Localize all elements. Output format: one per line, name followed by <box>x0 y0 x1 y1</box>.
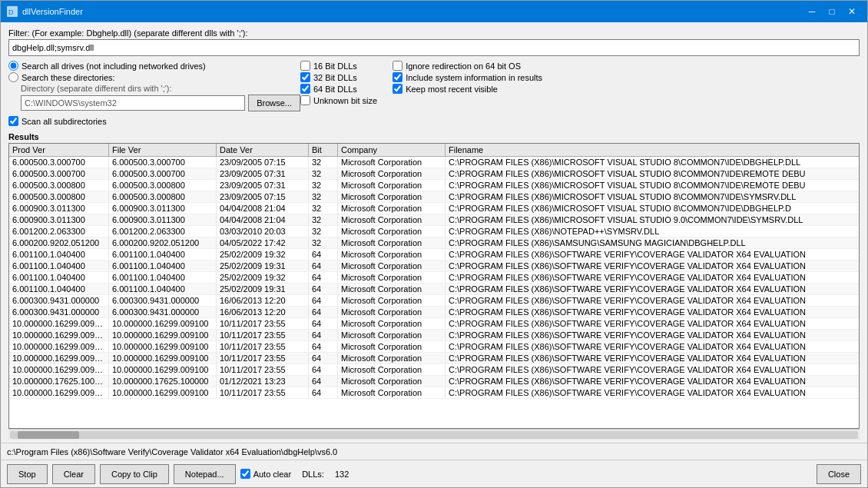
include-system-checkbox[interactable] <box>393 72 403 82</box>
scan-all-checkbox[interactable] <box>8 116 18 126</box>
table-row[interactable]: 6.001100.1.0404006.001100.1.04040025/02/… <box>9 249 859 261</box>
cell-datever: 25/02/2009 19:31 <box>217 261 309 271</box>
cell-bit: 64 <box>309 364 338 375</box>
table-row[interactable]: 6.000300.9431.0000006.000300.9431.000000… <box>9 307 859 318</box>
header-filename[interactable]: Filename <box>446 144 859 156</box>
directory-input[interactable] <box>21 95 245 111</box>
cell-filename: C:\PROGRAM FILES (X86)\SOFTWARE VERIFY\C… <box>446 272 859 283</box>
cell-filever: 6.000500.3.000700 <box>109 168 217 179</box>
maximize-button[interactable]: □ <box>823 4 841 19</box>
cell-bit: 32 <box>309 157 338 168</box>
dir-row: Browse... <box>21 95 300 111</box>
cell-bit: 64 <box>309 261 338 271</box>
include-system-option[interactable]: Include system information in results <box>393 72 542 82</box>
notepad-button[interactable]: Notepad... <box>174 464 236 484</box>
search-dirs-option[interactable]: Search these directories: <box>8 72 300 82</box>
cell-datever: 04/04/2008 21:04 <box>217 203 309 214</box>
auto-clear-checkbox[interactable] <box>240 469 250 479</box>
table-row[interactable]: 10.000000.17625.10000010.000000.17625.10… <box>9 376 859 387</box>
minimize-button[interactable]: ─ <box>803 4 821 19</box>
table-row[interactable]: 6.000500.3.0007006.000500.3.00070023/09/… <box>9 157 859 168</box>
unknown-bit-checkbox[interactable] <box>300 95 310 105</box>
header-prodver[interactable]: Prod Ver <box>9 144 109 156</box>
16bit-label: 16 Bit DLLs <box>313 61 357 71</box>
h-scroll-thumb[interactable] <box>18 431 79 439</box>
app-icon: D <box>7 6 18 17</box>
table-row[interactable]: 6.000900.3.0113006.000900.3.01130004/04/… <box>9 203 859 214</box>
cell-filever: 10.000000.16299.009100 <box>109 364 217 375</box>
title-bar: D dllVersionFinder ─ □ ✕ <box>1 1 867 22</box>
h-scroll-track[interactable] <box>10 431 858 439</box>
cell-filever: 6.000500.3.000700 <box>109 157 217 168</box>
cell-prodver: 6.000900.3.011300 <box>9 203 109 214</box>
cell-datever: 03/03/2010 20:03 <box>217 226 309 237</box>
search-dirs-radio[interactable] <box>8 72 18 82</box>
cell-datever: 10/11/2017 23:55 <box>217 330 309 340</box>
bit-checks: 16 Bit DLLs 32 Bit DLLs 64 Bit DLLs <box>300 61 377 105</box>
header-filever[interactable]: File Ver <box>109 144 217 156</box>
cell-datever: 10/11/2017 23:55 <box>217 318 309 329</box>
table-row[interactable]: 6.000300.9431.0000006.000300.9431.000000… <box>9 295 859 307</box>
filter-label: Filter: (For example: Dbghelp.dll) (sepa… <box>8 28 860 38</box>
filter-input[interactable] <box>8 39 860 56</box>
table-row[interactable]: 6.000500.3.0007006.000500.3.00070023/09/… <box>9 168 859 180</box>
table-row[interactable]: 6.000500.3.0008006.000500.3.00080023/09/… <box>9 180 859 191</box>
auto-clear-option[interactable]: Auto clear <box>240 469 292 479</box>
table-row[interactable]: 6.000200.9202.0512006.000200.9202.051200… <box>9 237 859 249</box>
stop-button[interactable]: Stop <box>7 464 48 484</box>
table-body[interactable]: 6.000500.3.0007006.000500.3.00070023/09/… <box>9 157 859 428</box>
cell-bit: 32 <box>309 237 338 248</box>
keep-recent-option[interactable]: Keep most recent visible <box>393 84 542 94</box>
copy-clip-button[interactable]: Copy to Clip <box>100 464 169 484</box>
cell-filename: C:\PROGRAM FILES (X86)\SOFTWARE VERIFY\C… <box>446 387 859 398</box>
16bit-checkbox[interactable] <box>300 61 310 71</box>
search-all-drives-option[interactable]: Search all drives (not including network… <box>8 61 300 71</box>
ignore-redirect-checkbox[interactable] <box>393 61 403 71</box>
browse-button[interactable]: Browse... <box>248 95 300 111</box>
table-row[interactable]: 6.001100.1.0404006.001100.1.04040025/02/… <box>9 272 859 284</box>
cell-filever: 10.000000.16299.009100 <box>109 318 217 329</box>
close-button-bottom[interactable]: Close <box>817 464 861 484</box>
table-row[interactable]: 10.000000.16299.00910010.000000.16299.00… <box>9 330 859 341</box>
cell-datever: 25/02/2009 19:32 <box>217 272 309 283</box>
table-row[interactable]: 6.001200.2.0633006.001200.2.06330003/03/… <box>9 226 859 237</box>
horizontal-scrollbar[interactable] <box>8 429 860 440</box>
cell-datever: 10/11/2017 23:55 <box>217 353 309 364</box>
header-bit[interactable]: Bit <box>309 144 338 156</box>
cell-datever: 25/02/2009 19:32 <box>217 249 309 260</box>
table-row[interactable]: 6.001100.1.0404006.001100.1.04040025/02/… <box>9 284 859 295</box>
scan-all-option[interactable]: Scan all subdirectories <box>8 116 300 126</box>
cell-datever: 10/11/2017 23:55 <box>217 387 309 398</box>
close-button[interactable]: ✕ <box>843 4 861 19</box>
64bit-option[interactable]: 64 Bit DLLs <box>300 84 377 94</box>
header-company[interactable]: Company <box>338 144 446 156</box>
table-row[interactable]: 6.001100.1.0404006.001100.1.04040025/02/… <box>9 261 859 272</box>
search-all-drives-radio[interactable] <box>8 61 18 71</box>
table-row[interactable]: 10.000000.16299.00910010.000000.16299.00… <box>9 353 859 364</box>
table-row[interactable]: 10.000000.16299.00910010.000000.16299.00… <box>9 387 859 399</box>
cell-prodver: 6.000500.3.000800 <box>9 191 109 202</box>
cell-prodver: 10.000000.16299.009100 <box>9 330 109 340</box>
32bit-option[interactable]: 32 Bit DLLs <box>300 72 377 82</box>
cell-bit: 64 <box>309 307 338 317</box>
unknown-bit-label: Unknown bit size <box>313 96 377 105</box>
table-row[interactable]: 10.000000.16299.00910010.000000.16299.00… <box>9 341 859 353</box>
table-row[interactable]: 6.000500.3.0008006.000500.3.00080023/09/… <box>9 191 859 203</box>
table-row[interactable]: 10.000000.16299.00910010.000000.16299.00… <box>9 364 859 376</box>
16bit-option[interactable]: 16 Bit DLLs <box>300 61 377 71</box>
table-row[interactable]: 6.000900.3.0113006.000900.3.01130004/04/… <box>9 214 859 226</box>
cell-bit: 64 <box>309 272 338 283</box>
keep-recent-checkbox[interactable] <box>393 84 403 94</box>
32bit-checkbox[interactable] <box>300 72 310 82</box>
table-row[interactable]: 10.000000.16299.00910010.000000.16299.00… <box>9 318 859 330</box>
cell-company: Microsoft Corporation <box>338 261 446 271</box>
cell-company: Microsoft Corporation <box>338 157 446 168</box>
cell-filever: 6.001100.1.040400 <box>109 272 217 283</box>
cell-filever: 6.001100.1.040400 <box>109 249 217 260</box>
unknown-bit-option[interactable]: Unknown bit size <box>300 95 377 105</box>
cell-datever: 23/09/2005 07:15 <box>217 157 309 168</box>
ignore-redirect-option[interactable]: Ignore redirection on 64 bit OS <box>393 61 542 71</box>
64bit-checkbox[interactable] <box>300 84 310 94</box>
header-datever[interactable]: Date Ver <box>217 144 309 156</box>
clear-button[interactable]: Clear <box>52 464 95 484</box>
